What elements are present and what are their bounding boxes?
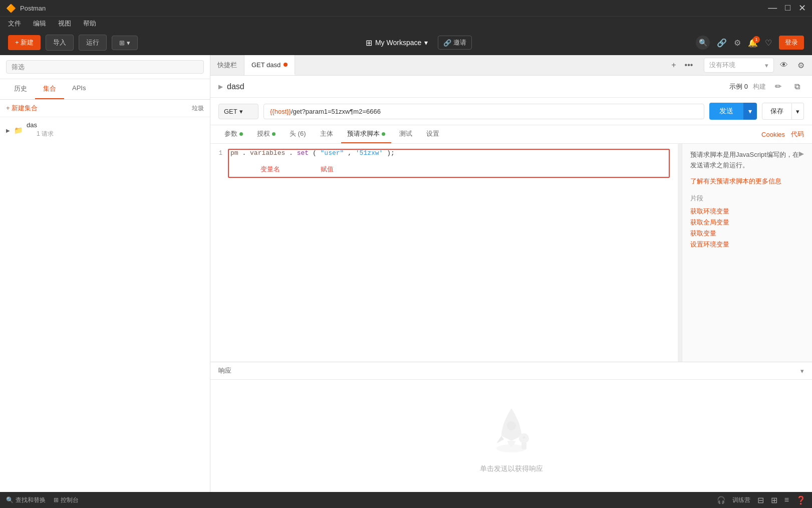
titlebar-controls: — □ ✕ [768,3,806,14]
layout-icon-1[interactable]: ⊟ [757,495,764,505]
req-tabs: 参数 授权 头 (6) 主体 预请求脚本 测试 设置 [210,125,812,144]
send-button[interactable]: 发送 [709,103,743,120]
req-tab-pre-script[interactable]: 预请求脚本 [341,125,391,143]
script-container: 1 pm . variables . set ( "user" , '51zxw… [210,144,812,362]
more-tabs-button[interactable]: ••• [682,58,696,72]
tab-history[interactable]: 历史 [6,79,35,99]
code-line-1: 1 pm . variables . set ( "user" , '51zxw… [210,148,678,159]
req-tab-settings[interactable]: 设置 [420,125,445,143]
req-tab-tests[interactable]: 测试 [393,125,418,143]
workspace-grid-icon: ⊞ [366,38,372,48]
save-dropdown-button[interactable]: ▾ [792,103,804,120]
notification-icon[interactable]: 🔔 1 [748,38,758,48]
code-dot: . [242,149,246,157]
svg-rect-3 [521,442,526,449]
snippet-link-1[interactable]: 获取全局变量 [690,218,804,227]
menu-view[interactable]: 视图 [56,18,73,29]
tab-get-dasd[interactable]: GET dasd [244,55,295,75]
train-label[interactable]: 训练营 [732,496,750,504]
snippet-link-3[interactable]: 设置环境变量 [690,240,804,249]
invite-label: 邀请 [453,38,466,47]
construct-button[interactable]: 构建 [753,82,766,91]
examples-button[interactable]: 示例 0 [729,82,748,91]
response-title: 响应 [218,366,231,375]
sidebar-actions: + 新建集合 垃圾 [0,100,210,117]
right-panel-description: 预请求脚本是用JavaScript编写的，在发送请求之前运行。 [690,150,804,171]
editor-scrollbar[interactable] [678,144,682,362]
login-button[interactable]: 登录 [779,36,804,50]
snippet-link-2[interactable]: 获取变量 [690,229,804,238]
response-collapse-button[interactable]: ▾ [800,367,804,375]
workspace-button[interactable]: ⊞ My Workspace ▾ [362,36,432,50]
close-button[interactable]: ✕ [798,3,806,14]
panel-toggle-icon[interactable]: ▶ [799,150,804,157]
tabs-bar: 快捷栏 GET dasd + ••• [210,55,700,75]
headphones-icon[interactable]: 🎧 [717,496,725,504]
cookies-button[interactable]: Cookies [761,131,785,138]
sync-icon[interactable]: 🔗 [717,38,727,48]
response-header: 响应 ▾ [210,362,812,380]
layout-icon-2[interactable]: ⊞ [771,495,777,505]
new-collection-button[interactable]: + 新建集合 [6,104,38,113]
req-tab-auth[interactable]: 授权 [251,125,282,143]
pre-script-dot [382,132,385,136]
toolbar-right: 🔍 🔗 ⚙ 🔔 1 ♡ 登录 [696,36,804,50]
code-button[interactable]: 代码 [791,130,804,139]
auth-label: 授权 [257,129,270,138]
maximize-button[interactable]: □ [785,3,790,14]
menu-file[interactable]: 文件 [6,18,23,29]
minimize-button[interactable]: — [768,3,777,14]
learn-more-link[interactable]: 了解有关预请求脚本的更多信息 [690,177,804,186]
search-icon[interactable]: 🔍 [696,36,710,50]
tab-active-label: GET dasd [251,61,281,69]
request-name-right: 示例 0 构建 ✏ ⧉ [729,80,804,94]
copy-icon[interactable]: ⧉ [790,80,804,94]
req-tab-headers[interactable]: 头 (6) [284,125,312,143]
send-dropdown-button[interactable]: ▾ [743,103,757,120]
env-selector[interactable]: 没有环境 ▾ [704,58,774,73]
invite-button[interactable]: 🔗 邀请 [438,36,472,50]
expand-icon[interactable]: ▶ [218,83,223,90]
code-pm: pm [230,149,238,157]
sidebar: 历史 集合 APIs + 新建集合 垃圾 ▶ 📁 das 1 请求 [0,55,210,492]
eye-icon[interactable]: 👁 [777,58,791,72]
edit-icon[interactable]: ✏ [771,80,785,94]
req-tab-params[interactable]: 参数 [218,125,249,143]
add-tab-button[interactable]: + [667,58,681,72]
headers-label: 头 (6) [290,129,306,138]
send-button-group: 发送 ▾ [709,103,757,120]
settings-icon[interactable]: ⚙ [734,38,741,48]
app-logo: 🔶 [6,4,16,13]
view-button[interactable]: ⊞ ▾ [112,36,138,50]
tab-quickaccess[interactable]: 快捷栏 [210,55,244,75]
url-display[interactable]: {{host}} /get?param1=51zxw¶m2=6666 [263,104,704,119]
req-tab-body[interactable]: 主体 [314,125,339,143]
collection-item[interactable]: ▶ 📁 das 1 请求 [0,117,210,143]
help-icon[interactable]: ❓ [796,495,806,505]
run-button[interactable]: 运行 [79,35,107,51]
tab-apis[interactable]: APIs [64,79,94,99]
tests-label: 测试 [399,129,412,138]
settings-label: 设置 [426,129,439,138]
code-editor[interactable]: 1 pm . variables . set ( "user" , '51zxw… [210,144,678,362]
save-button-group: 保存 ▾ [762,103,804,120]
collection-info: das 1 请求 [27,121,54,139]
heart-icon[interactable]: ♡ [765,38,772,48]
toolbar-center: ⊞ My Workspace ▾ 🔗 邀请 [143,36,691,50]
snippet-link-0[interactable]: 获取环境变量 [690,207,804,216]
save-button[interactable]: 保存 [762,103,792,120]
tab-collection[interactable]: 集合 [35,79,64,99]
search-input[interactable] [6,60,204,74]
settings-icon[interactable]: ⚙ [794,58,808,72]
search-icon-small: 🔍 [6,496,14,503]
layout-icon-3[interactable]: ≡ [784,495,789,504]
menu-help[interactable]: 帮助 [81,18,98,29]
new-button[interactable]: + 新建 [8,35,41,50]
menu-edit[interactable]: 编辑 [31,18,48,29]
trash-button[interactable]: 垃圾 [192,104,204,113]
find-replace-button[interactable]: 🔍 查找和替换 [6,496,46,504]
import-button[interactable]: 导入 [46,35,74,51]
method-select[interactable]: GET ▾ [218,104,258,119]
menubar: 文件 编辑 视图 帮助 [0,16,812,30]
console-button[interactable]: ⊞ 控制台 [54,496,79,504]
